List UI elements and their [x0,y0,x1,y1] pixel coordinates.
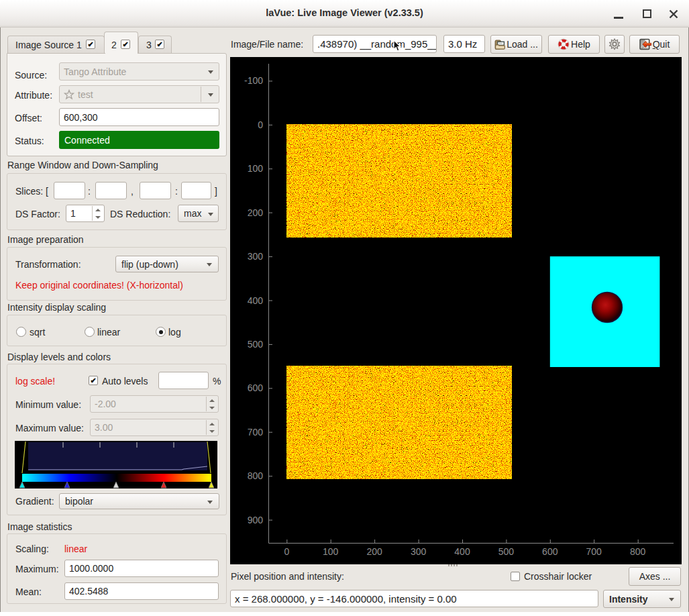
svg-text:500: 500 [248,339,264,350]
svg-text:900: 900 [248,515,264,525]
svg-text:300: 300 [411,546,427,557]
svg-text:700: 700 [586,546,602,557]
svg-text:500: 500 [498,546,515,557]
svg-text:-100: -100 [244,75,263,86]
svg-text:700: 700 [248,427,264,438]
svg-text:100: 100 [323,546,339,557]
svg-text:800: 800 [248,470,264,481]
svg-text:0: 0 [284,546,289,557]
svg-text:400: 400 [454,546,470,557]
svg-text:100: 100 [248,163,264,174]
svg-text:400: 400 [248,295,264,306]
svg-text:200: 200 [248,207,264,218]
svg-text:600: 600 [248,382,264,393]
svg-text:600: 600 [542,546,558,557]
svg-text:300: 300 [248,251,264,262]
svg-text:200: 200 [366,546,382,557]
svg-text:0: 0 [258,119,263,130]
svg-text:800: 800 [630,546,646,557]
